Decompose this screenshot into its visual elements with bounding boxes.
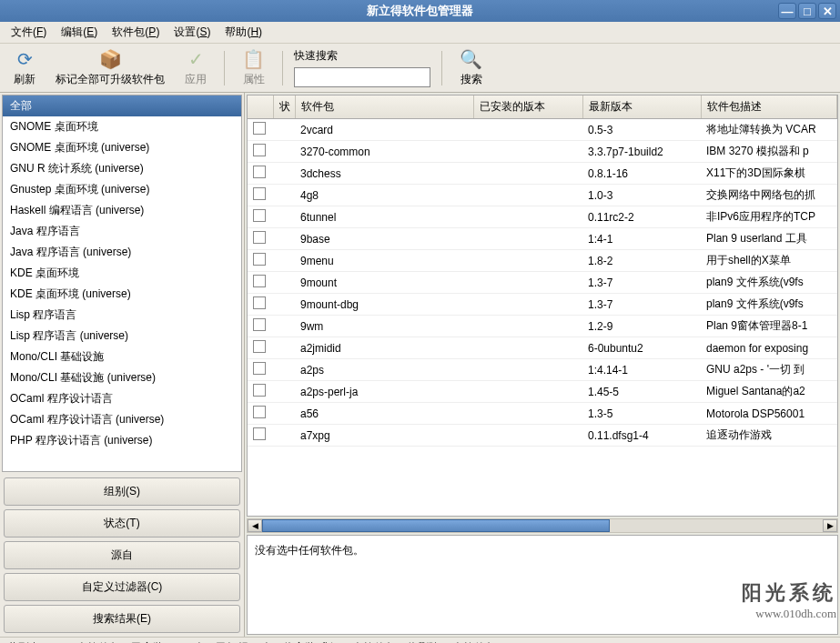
table-row[interactable]: 9wm1.2-9Plan 9窗体管理器8-1 xyxy=(248,316,837,337)
cell-package: 2vcard xyxy=(295,119,473,141)
category-list[interactable]: 全部GNOME 桌面环境GNOME 桌面环境 (universe)GNU R 统… xyxy=(2,95,242,472)
filter-custom-button[interactable]: 自定义过滤器(C) xyxy=(4,573,240,601)
category-item[interactable]: GNOME 桌面环境 xyxy=(3,116,241,137)
cell-installed xyxy=(473,425,582,447)
table-row[interactable]: 9mount-dbg1.3-7plan9 文件系统(v9fs xyxy=(248,294,837,316)
package-checkbox[interactable] xyxy=(253,318,266,331)
close-button[interactable]: ✕ xyxy=(818,3,836,19)
col-installed[interactable]: 已安装的版本 xyxy=(473,95,582,119)
category-item[interactable]: OCaml 程序设计语言 xyxy=(3,388,241,409)
col-status[interactable]: 状 xyxy=(273,95,295,119)
table-header-row: 状 软件包 已安装的版本 最新版本 软件包描述 xyxy=(248,95,837,119)
category-item[interactable]: Gnustep 桌面环境 (universe) xyxy=(3,179,241,200)
col-package[interactable]: 软件包 xyxy=(295,95,473,119)
apply-icon: ✓ xyxy=(188,48,204,70)
package-checkbox[interactable] xyxy=(253,122,266,135)
package-checkbox[interactable] xyxy=(253,427,266,440)
category-item[interactable]: Haskell 编程语言 (universe) xyxy=(3,200,241,221)
table-row[interactable]: a2jmidid6-0ubuntu2daemon for exposing xyxy=(248,337,837,359)
category-item[interactable]: 全部 xyxy=(3,95,241,116)
main-area: 全部GNOME 桌面环境GNOME 桌面环境 (universe)GNU R 统… xyxy=(0,93,840,637)
table-row[interactable]: 2vcard0.5-3将地址簿转换为 VCAR xyxy=(248,119,837,141)
package-checkbox[interactable] xyxy=(253,362,266,375)
menu-file[interactable]: 文件(F) xyxy=(4,21,54,44)
package-checkbox[interactable] xyxy=(253,384,266,397)
filter-status-button[interactable]: 状态(T) xyxy=(4,509,240,538)
category-item[interactable]: GNOME 桌面环境 (universe) xyxy=(3,137,241,158)
filter-searchresults-button[interactable]: 搜索结果(E) xyxy=(4,605,240,633)
category-item[interactable]: Java 程序语言 (universe) xyxy=(3,242,241,263)
toolbar-separator xyxy=(282,51,283,85)
minimize-button[interactable]: — xyxy=(778,3,796,19)
category-item[interactable]: KDE 桌面环境 (universe) xyxy=(3,284,241,305)
menu-package[interactable]: 软件包(P) xyxy=(105,21,167,44)
menu-edit[interactable]: 编辑(E) xyxy=(54,21,105,44)
cell-description: Miguel Santana的a2 xyxy=(701,381,837,403)
cell-installed xyxy=(473,403,582,425)
apply-button[interactable]: ✓ 应用 xyxy=(178,45,213,90)
scroll-thumb[interactable] xyxy=(262,519,610,532)
cell-installed xyxy=(473,294,582,316)
package-checkbox[interactable] xyxy=(253,166,266,178)
quick-search-input[interactable] xyxy=(294,67,430,87)
category-item[interactable]: KDE 桌面环境 xyxy=(3,263,241,284)
package-checkbox[interactable] xyxy=(253,296,266,309)
package-checkbox[interactable] xyxy=(253,187,266,200)
cell-latest: 1:4.14-1 xyxy=(582,359,701,381)
scroll-right-arrow[interactable]: ▶ xyxy=(823,519,837,532)
category-item[interactable]: Mono/CLI 基础设施 xyxy=(3,347,241,367)
cell-latest: 1.8-2 xyxy=(582,250,701,272)
package-checkbox[interactable] xyxy=(253,253,266,266)
category-item[interactable]: Mono/CLI 基础设施 (universe) xyxy=(3,367,241,388)
cell-latest: 1.3-5 xyxy=(582,403,701,425)
watermark-title: 阳光系统 xyxy=(742,579,836,607)
scroll-left-arrow[interactable]: ◀ xyxy=(248,519,262,532)
cell-status xyxy=(273,119,295,141)
package-checkbox[interactable] xyxy=(253,209,266,222)
table-row[interactable]: a7xpg0.11.dfsg1-4追逐动作游戏 xyxy=(248,425,837,447)
properties-button[interactable]: 📋 属性 xyxy=(236,45,271,90)
category-item[interactable]: Lisp 程序语言 (universe) xyxy=(3,326,241,347)
filter-origin-button[interactable]: 源自 xyxy=(4,541,240,569)
table-row[interactable]: a2ps-perl-ja1.45-5Miguel Santana的a2 xyxy=(248,381,837,403)
scroll-track[interactable] xyxy=(262,519,823,532)
col-description[interactable]: 软件包描述 xyxy=(701,95,837,119)
table-row[interactable]: a561.3-5Motorola DSP56001 xyxy=(248,403,837,425)
category-item[interactable]: Lisp 程序语言 xyxy=(3,305,241,326)
package-checkbox[interactable] xyxy=(253,231,266,244)
table-row[interactable]: 9menu1.8-2用于shell的X菜单 xyxy=(248,250,837,272)
table-row[interactable]: a2ps1:4.14-1GNU a2ps - '一切 到 xyxy=(248,359,837,381)
cell-status xyxy=(273,163,295,185)
table-row[interactable]: 3270-common3.3.7p7-1build2IBM 3270 模拟器和 … xyxy=(248,141,837,163)
menu-settings[interactable]: 设置(S) xyxy=(167,21,218,44)
cell-installed xyxy=(473,250,582,272)
category-item[interactable]: OCaml 程序设计语言 (universe) xyxy=(3,409,241,430)
col-checkbox[interactable] xyxy=(248,95,273,119)
reload-button[interactable]: ⟳ 刷新 xyxy=(7,45,42,90)
table-row[interactable]: 9base1:4-1Plan 9 userland 工具 xyxy=(248,228,837,250)
package-checkbox[interactable] xyxy=(253,275,266,287)
search-icon: 🔍 xyxy=(460,48,482,70)
package-checkbox[interactable] xyxy=(253,406,266,418)
cell-description: 非IPv6应用程序的TCP xyxy=(701,206,837,228)
package-checkbox[interactable] xyxy=(253,340,266,353)
table-row[interactable]: 3dchess0.8.1-16X11下的3D国际象棋 xyxy=(248,163,837,185)
horizontal-scrollbar[interactable]: ◀ ▶ xyxy=(247,518,838,533)
search-button[interactable]: 🔍 搜索 xyxy=(453,45,489,90)
col-latest[interactable]: 最新版本 xyxy=(582,95,701,119)
left-panel: 全部GNOME 桌面环境GNOME 桌面环境 (universe)GNU R 统… xyxy=(0,93,244,637)
package-table-wrap: 状 软件包 已安装的版本 最新版本 软件包描述 2vcard0.5-3将地址簿转… xyxy=(247,95,838,517)
category-item[interactable]: Java 程序语言 xyxy=(3,221,241,242)
mark-upgrades-button[interactable]: 📦 标记全部可升级软件包 xyxy=(49,45,171,90)
table-row[interactable]: 9mount1.3-7plan9 文件系统(v9fs xyxy=(248,272,837,294)
maximize-button[interactable]: □ xyxy=(798,3,816,19)
table-row[interactable]: 4g81.0-3交换网络中网络包的抓 xyxy=(248,185,837,206)
table-row[interactable]: 6tunnel0.11rc2-2非IPv6应用程序的TCP xyxy=(248,206,837,228)
category-item[interactable]: GNU R 统计系统 (universe) xyxy=(3,158,241,179)
cell-installed xyxy=(473,228,582,250)
category-item[interactable]: PHP 程序设计语言 (universe) xyxy=(3,430,241,451)
package-checkbox[interactable] xyxy=(253,144,266,156)
menu-help[interactable]: 帮助(H) xyxy=(218,21,269,44)
cell-latest: 1.3-7 xyxy=(582,294,701,316)
filter-sections-button[interactable]: 组别(S) xyxy=(4,477,240,506)
